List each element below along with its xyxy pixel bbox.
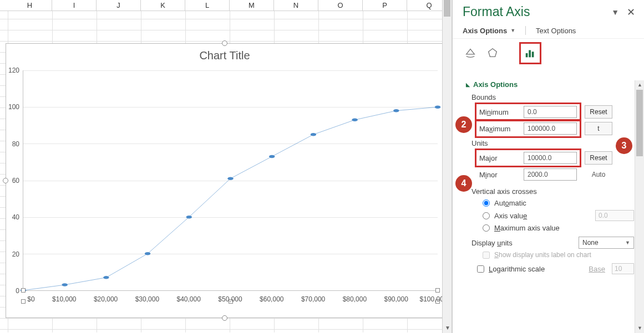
maximum-reset-button[interactable]: t	[585, 122, 612, 135]
svg-rect-14	[532, 52, 534, 57]
col-header[interactable]: L	[185, 0, 230, 11]
bounds-label: Bounds	[471, 93, 634, 101]
major-input[interactable]	[524, 152, 577, 164]
tab-text-options[interactable]: Text Options	[536, 27, 576, 35]
vac-label: Vertical axis crosses	[471, 187, 634, 196]
vac-max-axis-radio[interactable]: Maximum axis value	[483, 224, 634, 232]
svg-point-10	[435, 105, 440, 109]
minimum-input[interactable]	[524, 106, 577, 118]
col-header[interactable]: J	[97, 0, 141, 11]
minimum-row-highlight: Minimum	[477, 105, 579, 119]
pane-title: Format Axis	[463, 4, 530, 19]
col-header[interactable]: O	[318, 0, 363, 11]
close-icon[interactable]: ✕	[627, 6, 635, 18]
log-scale-checkbox[interactable]	[477, 265, 484, 273]
show-display-units-checkbox: Show display units label on chart	[483, 251, 634, 259]
format-axis-pane: Format Axis ▼ ✕ Axis Options ▼ Text Opti…	[452, 0, 644, 333]
pane-menu-icon[interactable]: ▼	[611, 8, 619, 17]
worksheet-vscrollbar[interactable]: ▲ ▼	[442, 0, 452, 333]
col-header[interactable]: N	[274, 0, 318, 11]
major-reset-button[interactable]: Reset	[585, 151, 612, 165]
maximum-row-highlight: Maximum	[477, 121, 579, 136]
svg-point-4	[186, 216, 192, 219]
col-header[interactable]: K	[141, 0, 185, 11]
minimum-reset-button[interactable]: Reset	[585, 105, 612, 119]
tab-axis-options[interactable]: Axis Options ▼	[463, 27, 515, 35]
svg-point-7	[311, 133, 316, 136]
radio-max-axis[interactable]	[483, 224, 490, 232]
axis-sel-handle[interactable]	[435, 288, 440, 293]
svg-point-5	[227, 177, 233, 180]
axis-sel-handle[interactable]	[21, 288, 26, 293]
svg-point-9	[393, 109, 399, 112]
svg-point-6	[269, 155, 275, 158]
scroll-thumb[interactable]	[444, 0, 450, 17]
annotation-badge-3: 3	[616, 137, 632, 154]
minor-auto-label: Auto	[585, 171, 612, 178]
radio-axis-value[interactable]	[483, 212, 490, 219]
chart-object[interactable]: Chart Title 0 20 40 60 80	[6, 43, 444, 318]
chart-markers-svg	[23, 70, 438, 290]
units-label: Units	[471, 139, 634, 147]
base-input	[612, 263, 634, 274]
minor-input[interactable]	[524, 168, 577, 181]
plot-area[interactable]	[23, 70, 438, 291]
major-label: Major	[479, 154, 524, 162]
scroll-down-icon[interactable]: ▼	[443, 323, 453, 333]
minor-label: Minor	[479, 171, 524, 179]
annotation-badge-4: 4	[455, 175, 472, 192]
column-headers: H I J K L M N O P Q	[0, 0, 455, 11]
col-header[interactable]: I	[52, 0, 97, 11]
show-du-check	[483, 252, 490, 259]
svg-rect-13	[529, 50, 531, 58]
svg-point-3	[145, 252, 150, 255]
minor-row: Minor	[477, 167, 579, 182]
section-axis-options[interactable]: Axis Options	[466, 80, 634, 89]
scroll-down-icon[interactable]: ▼	[635, 324, 644, 333]
annotation-badge-2: 2	[455, 116, 472, 133]
tab-divider	[525, 26, 526, 35]
axis-options-icon[interactable]	[523, 45, 538, 61]
col-header[interactable]: H	[8, 0, 52, 11]
pane-vscrollbar[interactable]: ▲ ▼	[635, 80, 644, 333]
chart-handle-top[interactable]	[222, 40, 227, 46]
axis-value-input	[595, 210, 634, 221]
maximum-label: Maximum	[479, 125, 524, 133]
major-row-highlight: Major	[477, 151, 579, 165]
worksheet-area: H I J K L M N O P Q Chart Title	[0, 0, 455, 333]
minimum-label: Minimum	[479, 108, 524, 116]
scroll-thumb[interactable]	[636, 90, 643, 156]
chart-handle-bottom[interactable]	[222, 315, 227, 321]
y-axis-labels: 0 20 40 60 80 100 120	[6, 70, 22, 291]
scroll-up-icon[interactable]: ▲	[635, 80, 644, 90]
chart-title[interactable]: Chart Title	[6, 49, 443, 62]
col-header[interactable]: P	[363, 0, 407, 11]
display-units-select[interactable]: None ▼	[579, 237, 634, 249]
chevron-down-icon: ▼	[625, 240, 630, 245]
chevron-down-icon: ▼	[510, 28, 515, 33]
vac-axis-value-radio[interactable]: Axis value	[483, 210, 634, 221]
maximum-input[interactable]	[524, 122, 577, 135]
svg-point-8	[352, 119, 357, 122]
base-label: Base	[589, 265, 605, 273]
col-header[interactable]: M	[230, 0, 274, 11]
svg-point-1	[62, 283, 67, 286]
radio-automatic[interactable]	[483, 199, 490, 207]
vac-automatic-radio[interactable]: Automatic	[483, 199, 634, 207]
svg-marker-11	[489, 49, 497, 57]
display-units-label: Display units	[471, 239, 513, 247]
effects-icon[interactable]	[485, 45, 500, 61]
fill-line-icon[interactable]	[463, 45, 478, 61]
x-axis-labels[interactable]: $0 $10,000 $20,000 $30,000 $40,000 $50,0…	[23, 295, 438, 306]
svg-rect-12	[526, 53, 528, 57]
svg-point-2	[103, 276, 109, 279]
pane-body: Axis Options Bounds Minimum Reset Maximu…	[453, 80, 634, 333]
